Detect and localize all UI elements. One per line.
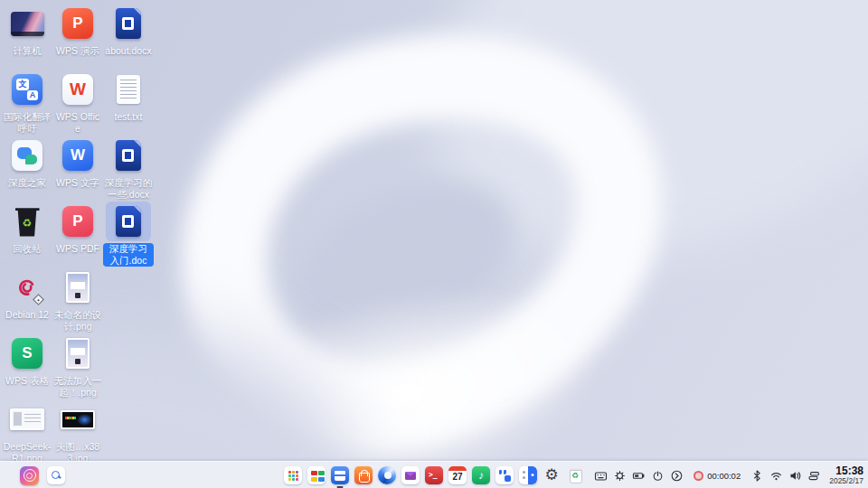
desktop-icon-wps-office[interactable]: WPS Office (52, 70, 103, 136)
debian-icon (5, 267, 50, 307)
taskbar-tray: 00:00:02 15:38 2025/2/17 (594, 462, 863, 488)
desktop-icon-recycle-bin[interactable]: 回收站 (2, 202, 52, 267)
image-thumbnail-icon (5, 399, 50, 439)
docx-file-icon (106, 4, 151, 43)
clock-date: 2025/2/17 (829, 477, 863, 485)
dock-text-editor-icon[interactable] (495, 465, 514, 486)
doc-file-icon (106, 202, 151, 241)
empty-cell (103, 267, 154, 333)
taskbar-dock: 27 (283, 462, 585, 488)
dock-app-store-icon[interactable] (354, 465, 373, 486)
clock-time: 15:38 (835, 465, 863, 476)
icon-label: 深度学习的一些.docx (103, 177, 154, 201)
icon-label: 无法加入一起！.png (52, 375, 103, 399)
image-thumbnail-icon (55, 333, 100, 373)
docx-file-icon (106, 136, 151, 175)
dock-terminal-icon[interactable] (424, 465, 444, 486)
icon-label: about.docx (104, 45, 152, 57)
recording-timer: 00:00:02 (707, 471, 741, 481)
dock-file-manager-icon[interactable] (330, 465, 350, 486)
icon-label: WPS Office (52, 111, 103, 135)
search-icon[interactable] (47, 466, 65, 484)
dock-launchpad-icon[interactable] (283, 465, 303, 486)
empty-cell (103, 333, 154, 399)
wps-presentation-icon (55, 4, 100, 43)
desktop-screen: 计算机 WPS 演示 about.docx 国际化翻译呼吁 WPS Office… (0, 0, 868, 488)
dock-mail-icon[interactable] (401, 465, 420, 486)
text-file-icon (106, 70, 151, 109)
gear-icon[interactable] (613, 469, 627, 483)
icon-label: WPS 表格 (5, 375, 50, 387)
wps-writer-icon (55, 136, 100, 175)
desktop-icon-debian[interactable]: Debian 12 (2, 267, 52, 333)
dock-trash-icon[interactable] (565, 465, 585, 486)
desktop-icon-wps-writer[interactable]: WPS 文字 (52, 136, 103, 202)
screen-recording-indicator[interactable]: 00:00:02 (693, 471, 741, 481)
desktop-icon-wps-presentation[interactable]: WPS 演示 (52, 4, 103, 70)
wps-pdf-icon (55, 202, 100, 241)
desktop-icon-design-png[interactable]: 未命名的设计.png (52, 267, 103, 333)
clock[interactable]: 15:38 2025/2/17 (829, 465, 863, 485)
desktop-icon-about-docx[interactable]: about.docx (103, 4, 154, 70)
image-thumbnail-icon (55, 399, 100, 439)
icon-label: 回收站 (12, 243, 42, 255)
desktop-icon-header-jpg[interactable]: 头图…x383.jpg (52, 399, 103, 465)
battery-icon[interactable] (632, 469, 646, 483)
desktop-icon-computer[interactable]: 计算机 (2, 4, 52, 70)
dock-music-icon[interactable] (471, 465, 491, 486)
recycle-bin-icon (5, 202, 50, 241)
desktop-icon-wps-pdf[interactable]: WPS PDF (52, 202, 103, 267)
computer-icon (5, 4, 50, 43)
icon-label: 未命名的设计.png (52, 309, 103, 333)
dock-control-center-icon[interactable] (518, 465, 538, 486)
desktop-icon-deepseek-png[interactable]: DeepSeek-R1.png (2, 399, 52, 465)
icon-label: 国际化翻译呼吁 (2, 111, 52, 135)
icon-label-selected: 深度学习入门.doc (103, 243, 154, 267)
wps-sheets-icon (5, 333, 50, 373)
icon-label: WPS 文字 (55, 177, 100, 189)
taskbar: 27 (0, 461, 868, 488)
translator-icon (5, 70, 50, 109)
volume-icon[interactable] (788, 469, 802, 483)
desktop-icon-docx-notes[interactable]: 深度学习的一些.docx (103, 136, 154, 202)
dock-calendar-icon[interactable]: 27 (448, 465, 467, 486)
desktop-icon-translator[interactable]: 国际化翻译呼吁 (2, 70, 52, 136)
taskbar-left-group (20, 462, 65, 488)
bluetooth-icon[interactable] (750, 469, 764, 483)
launcher-icon[interactable] (20, 466, 39, 485)
deepin-home-icon (5, 136, 50, 175)
desktop-icon-test-txt[interactable]: test.txt (103, 70, 154, 136)
dock-settings-gear-icon[interactable] (542, 465, 561, 486)
layers-icon[interactable] (807, 469, 821, 483)
icon-label: WPS PDF (55, 243, 100, 255)
calendar-day: 27 (448, 471, 467, 483)
dock-browser-icon[interactable] (377, 465, 397, 486)
wps-office-icon (55, 70, 100, 109)
desktop-icon-join-png[interactable]: 无法加入一起！.png (52, 333, 103, 399)
desktop-icon-wps-sheets[interactable]: WPS 表格 (2, 333, 52, 399)
wifi-icon[interactable] (769, 469, 783, 483)
dock-app-tiles-icon[interactable] (307, 465, 326, 486)
icon-label: 深度之家 (7, 177, 47, 189)
icon-label: WPS 演示 (55, 45, 100, 57)
desktop-icon-doc-selected[interactable]: 深度学习入门.doc (103, 202, 154, 267)
desktop-icon-grid: 计算机 WPS 演示 about.docx 国际化翻译呼吁 WPS Office… (2, 4, 154, 465)
icon-label: Debian 12 (5, 309, 50, 321)
power-icon[interactable] (651, 469, 665, 483)
icon-label: test.txt (114, 111, 144, 123)
image-thumbnail-icon (55, 267, 100, 307)
tray-expand-icon[interactable] (670, 469, 684, 483)
icon-label: 计算机 (12, 45, 42, 57)
recording-dot-icon (693, 471, 703, 481)
desktop-icon-deepin-home[interactable]: 深度之家 (2, 136, 52, 202)
keyboard-icon[interactable] (594, 469, 608, 483)
